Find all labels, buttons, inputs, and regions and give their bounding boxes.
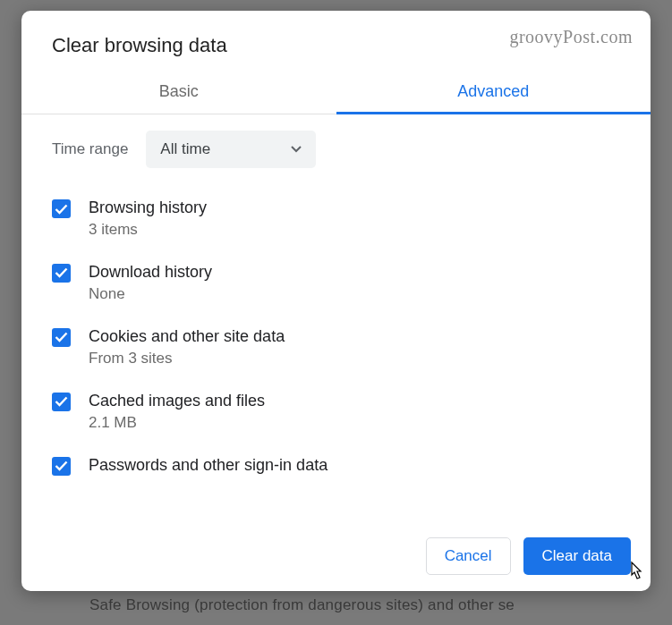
clear-data-button[interactable]: Clear data bbox=[523, 537, 631, 575]
list-item: Passwords and other sign-in data bbox=[52, 443, 627, 486]
checkbox-download-history[interactable] bbox=[52, 264, 71, 283]
checkbox-browsing-history[interactable] bbox=[52, 199, 71, 218]
list-item: Browsing history 3 items bbox=[52, 186, 627, 250]
item-subtitle: 2.1 MB bbox=[89, 412, 265, 434]
watermark-text: groovyPost.com bbox=[509, 27, 633, 47]
tab-advanced[interactable]: Advanced bbox=[336, 68, 651, 114]
dialog-body: Time range All time Browsing history 3 i… bbox=[21, 114, 651, 520]
item-title: Download history bbox=[89, 260, 212, 283]
item-title: Cookies and other site data bbox=[89, 325, 285, 348]
item-subtitle: 3 items bbox=[89, 219, 207, 241]
checkbox-cookies[interactable] bbox=[52, 328, 71, 347]
item-title: Cached images and files bbox=[89, 389, 265, 412]
chevron-down-icon bbox=[291, 146, 302, 153]
item-subtitle: None bbox=[89, 283, 212, 305]
list-item: Cached images and files 2.1 MB bbox=[52, 379, 627, 443]
checkbox-cache[interactable] bbox=[52, 393, 71, 411]
time-range-value: All time bbox=[160, 140, 210, 158]
tab-bar: Basic Advanced bbox=[21, 68, 651, 114]
time-range-row: Time range All time bbox=[52, 131, 627, 168]
time-range-label: Time range bbox=[52, 140, 128, 158]
item-subtitle: From 3 sites bbox=[89, 348, 285, 369]
background-page-text: Safe Browsing (protection from dangerous… bbox=[89, 596, 672, 614]
tab-basic[interactable]: Basic bbox=[21, 68, 336, 114]
time-range-select[interactable]: All time bbox=[146, 131, 316, 168]
dialog-footer: Cancel Clear data bbox=[21, 520, 651, 591]
item-title: Passwords and other sign-in data bbox=[89, 453, 327, 477]
list-item: Download history None bbox=[52, 250, 627, 315]
list-item: Cookies and other site data From 3 sites bbox=[52, 315, 627, 379]
item-title: Browsing history bbox=[89, 196, 207, 219]
clear-browsing-data-dialog: groovyPost.com Clear browsing data Basic… bbox=[21, 11, 651, 591]
checkbox-passwords[interactable] bbox=[52, 457, 71, 476]
cancel-button[interactable]: Cancel bbox=[426, 537, 511, 575]
